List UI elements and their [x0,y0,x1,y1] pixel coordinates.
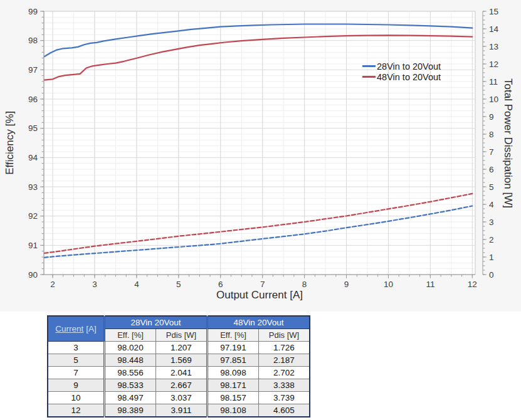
svg-text:96: 96 [28,95,38,104]
svg-text:9: 9 [344,280,349,289]
table-cell: 98.448 [105,354,156,367]
plot-area [44,11,475,275]
col-header-pdis-48: Pdis [W] [259,329,310,342]
table-cell: 7 [48,367,105,379]
table-cell: 97.191 [208,342,259,354]
svg-text:4: 4 [489,200,494,209]
y-left-axis-title-text: Efficiency [%] [4,111,16,175]
legend-swatch-red [362,76,376,78]
table-row: 798.5562.04198.0982.702 [48,367,310,379]
svg-text:7: 7 [260,280,265,289]
svg-text:92: 92 [28,211,38,221]
svg-text:91: 91 [28,241,38,250]
table-cell: 2.702 [259,367,310,379]
table-cell: 3 [48,342,105,354]
legend-swatch-blue [362,65,376,67]
svg-text:9: 9 [489,112,494,122]
y-right-axis-title-text: Total Power Dissipation [W] [502,78,514,208]
table-cell: 3.338 [259,379,310,392]
svg-text:5: 5 [176,280,181,289]
y-right-axis-title: Total Power Dissipation [W] [497,11,519,275]
svg-text:3: 3 [489,218,494,227]
x-axis-title: Output Current [A] [44,289,475,302]
table-row: 1098.4973.03798.1573.739 [48,392,310,404]
svg-text:10: 10 [384,280,393,289]
legend-item-28vin: 28Vin to 20Vout [362,61,441,71]
table-cell: 98.533 [105,379,156,392]
col-header-eff-48: Eff. [%] [208,329,259,342]
table-cell: 98.389 [105,404,156,417]
screen: 9998979695949392919023456789101112151413… [0,0,521,420]
table-row: 1298.3893.91198.1084.605 [48,404,310,417]
table-cell: 3.037 [156,392,208,404]
table-cell: 1.726 [259,342,310,354]
legend-label: 28Vin to 20Vout [377,61,441,71]
col-group-28vin: 28Vin 20Vout [105,316,208,329]
table-cell: 98.098 [208,367,259,379]
efficiency-chart: 9998979695949392919023456789101112151413… [0,0,521,312]
table-cell: 2.667 [156,379,208,392]
table-cell: 3.739 [259,392,310,404]
col-header-eff-28: Eff. [%] [105,329,156,342]
table-cell: 98.171 [208,379,259,392]
table-cell: 2.041 [156,367,208,379]
svg-text:8: 8 [302,280,307,289]
table-cell: 98.157 [208,392,259,404]
col-group-48vin: 48Vin 20Vout [208,316,310,329]
legend-item-48vin: 48Vin to 20Vout [362,71,441,82]
col-header-current-unit: [A] [83,324,96,333]
svg-text:12: 12 [468,280,477,289]
svg-text:2: 2 [50,280,55,289]
svg-text:95: 95 [28,123,38,133]
legend: 28Vin to 20Vout 48Vin to 20Vout [362,61,441,82]
col-header-pdis-28: Pdis [W] [156,329,208,342]
table-cell: 12 [48,404,105,417]
y-left-axis-title: Efficiency [%] [0,11,20,275]
table-cell: 97.851 [208,354,259,367]
col-header-current-word: Current [55,324,83,333]
svg-text:6: 6 [489,165,494,174]
table-row: 598.4481.56997.8512.187 [48,354,310,367]
results-table: Current [A] 28Vin 20Vout 48Vin 20Vout Ef… [47,315,310,417]
plot-canvas: 9998979695949392919023456789101112151413… [0,0,521,312]
svg-text:6: 6 [218,280,223,289]
table-cell: 1.569 [156,354,208,367]
table-cell: 98.497 [105,392,156,404]
table-cell: 1.207 [156,342,208,354]
table-cell: 10 [48,392,105,404]
table-cell: 2.187 [259,354,310,367]
svg-text:94: 94 [28,153,38,162]
svg-text:93: 93 [28,182,38,192]
svg-text:90: 90 [28,270,38,280]
svg-text:1: 1 [489,253,494,262]
table-cell: 98.020 [105,342,156,354]
svg-text:11: 11 [426,280,434,289]
svg-text:4: 4 [134,280,139,289]
table-cell: 4.605 [259,404,310,417]
col-header-current: Current [A] [48,316,105,342]
svg-text:99: 99 [28,7,38,16]
svg-text:7: 7 [489,147,494,157]
svg-text:2: 2 [489,235,494,244]
svg-text:97: 97 [28,65,38,75]
svg-text:5: 5 [489,182,494,192]
table-cell: 3.911 [156,404,208,417]
svg-text:98: 98 [28,36,38,45]
svg-text:8: 8 [489,130,494,139]
table-row: 998.5332.66798.1713.338 [48,379,310,392]
table-cell: 98.108 [208,404,259,417]
table-row: 398.0201.20797.1911.726 [48,342,310,354]
legend-label: 48Vin to 20Vout [377,72,441,82]
table-cell: 98.556 [105,367,156,379]
svg-text:0: 0 [489,270,494,280]
table-cell: 9 [48,379,105,392]
table-cell: 5 [48,354,105,367]
svg-text:3: 3 [92,280,97,289]
